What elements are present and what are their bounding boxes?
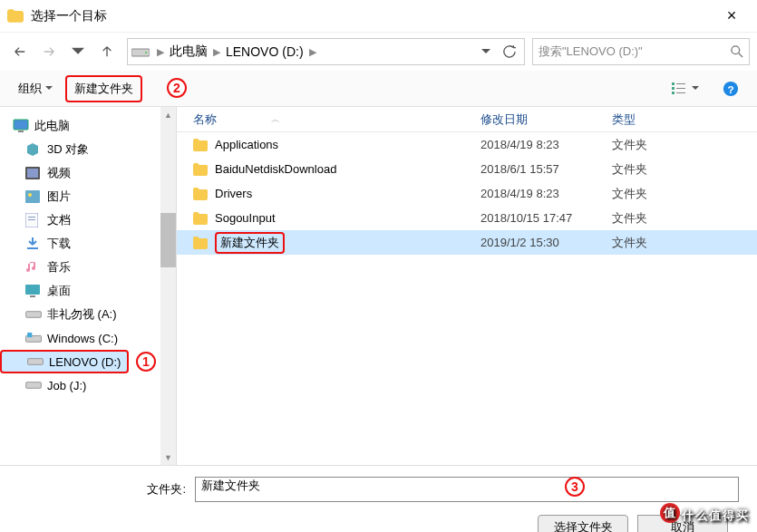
- chevron-right-icon: ▶: [155, 46, 166, 58]
- folder-icon: [193, 188, 208, 200]
- view-options-button[interactable]: [665, 79, 706, 99]
- search-placeholder: 搜索"LENOVO (D:)": [539, 44, 731, 60]
- scroll-down-arrow[interactable]: ▼: [160, 450, 176, 465]
- refresh-button[interactable]: [499, 41, 520, 63]
- folder-icon: [193, 139, 208, 151]
- svg-rect-15: [25, 190, 40, 203]
- list-row[interactable]: Applications 2018/4/19 8:23 文件夹: [177, 132, 757, 157]
- folder-icon: [193, 212, 208, 225]
- svg-rect-8: [676, 92, 685, 93]
- list-row[interactable]: SogouInput 2018/10/15 17:47 文件夹: [177, 206, 757, 230]
- tree-item-drive-a[interactable]: 非礼勿视 (A:): [0, 303, 176, 326]
- search-input[interactable]: 搜索"LENOVO (D:)": [532, 38, 750, 65]
- svg-rect-21: [30, 295, 35, 297]
- watermark-badge: 值: [660, 503, 680, 523]
- desktop-icon: [25, 284, 42, 298]
- tree-scrollbar[interactable]: ▲ ▼: [160, 107, 176, 465]
- chevron-down-icon: [45, 86, 53, 91]
- recent-dropdown[interactable]: [65, 39, 91, 64]
- view-icon: [672, 82, 688, 95]
- svg-rect-3: [672, 82, 675, 85]
- chevron-right-icon: ▶: [307, 46, 318, 58]
- music-icon: [25, 260, 42, 275]
- drive-icon: [27, 354, 44, 369]
- svg-rect-12: [18, 131, 24, 132]
- svg-point-16: [28, 193, 32, 197]
- svg-rect-6: [676, 83, 685, 84]
- annotation-2: 2: [167, 78, 187, 98]
- pc-icon: [13, 119, 29, 133]
- svg-rect-20: [25, 285, 40, 295]
- nav-tree: 此电脑 3D 对象 视频 图片 文档 下载 音乐 桌面 非礼勿视 (A:) Wi…: [0, 107, 177, 465]
- svg-rect-4: [672, 87, 675, 90]
- breadcrumb-seg-1[interactable]: 此电脑: [166, 44, 211, 60]
- folder-icon: [193, 163, 208, 176]
- svg-text:?: ?: [727, 82, 733, 94]
- svg-rect-5: [672, 92, 675, 94]
- documents-icon: [25, 213, 42, 227]
- up-button[interactable]: [94, 39, 120, 64]
- tree-item-pictures[interactable]: 图片: [0, 185, 176, 208]
- svg-rect-1: [145, 52, 147, 53]
- tree-item-desktop[interactable]: 桌面: [0, 279, 176, 303]
- chevron-down-icon: [692, 86, 699, 91]
- list-row[interactable]: BaiduNetdiskDownload 2018/6/1 15:57 文件夹: [177, 157, 757, 181]
- svg-rect-25: [28, 359, 44, 365]
- tree-item-3dobjects[interactable]: 3D 对象: [0, 138, 176, 161]
- select-folder-button[interactable]: 选择文件夹: [538, 515, 628, 532]
- organize-button[interactable]: 组织: [11, 77, 60, 101]
- address-bar[interactable]: ▶ 此电脑 ▶ LENOVO (D:) ▶: [127, 38, 525, 65]
- watermark: 值什么值得买: [658, 501, 750, 525]
- folder-input[interactable]: 新建文件夹: [195, 477, 739, 502]
- sort-indicator: ︿: [271, 113, 280, 126]
- window-title: 选择一个目标: [31, 8, 713, 24]
- tree-item-drive-d[interactable]: LENOVO (D:): [0, 350, 129, 373]
- tree-item-drive-j[interactable]: Job (J:): [0, 373, 176, 397]
- folder-icon: [193, 237, 208, 249]
- col-name[interactable]: 名称: [193, 111, 217, 128]
- col-type[interactable]: 类型: [612, 111, 757, 128]
- tree-item-music[interactable]: 音乐: [0, 256, 176, 279]
- svg-point-2: [732, 46, 740, 54]
- close-button[interactable]: ×: [713, 6, 750, 25]
- nav-bar: ▶ 此电脑 ▶ LENOVO (D:) ▶ 搜索"LENOVO (D:)": [0, 33, 757, 71]
- tree-item-documents[interactable]: 文档: [0, 208, 176, 232]
- folder-icon: [7, 9, 24, 23]
- titlebar: 选择一个目标 ×: [0, 0, 757, 33]
- pictures-icon: [25, 189, 42, 204]
- drive-icon: [25, 307, 42, 322]
- body-area: 此电脑 3D 对象 视频 图片 文档 下载 音乐 桌面 非礼勿视 (A:) Wi…: [0, 107, 757, 465]
- scroll-thumb[interactable]: [160, 213, 176, 267]
- video-icon: [25, 166, 42, 180]
- svg-rect-11: [14, 120, 28, 130]
- search-icon: [731, 45, 743, 58]
- list-row[interactable]: 新建文件夹 2019/1/2 15:30 文件夹: [177, 230, 757, 255]
- back-button[interactable]: [7, 39, 33, 64]
- breadcrumb-seg-2[interactable]: LENOVO (D:): [222, 44, 307, 59]
- list-header: 名称 ︿ 修改日期 类型: [177, 107, 757, 132]
- tree-item-drive-c[interactable]: Windows (C:): [0, 326, 176, 350]
- tree-item-downloads[interactable]: 下载: [0, 232, 176, 256]
- annotation-3: 3: [565, 477, 585, 497]
- scroll-up-arrow[interactable]: ▲: [160, 107, 176, 122]
- col-date[interactable]: 修改日期: [480, 111, 612, 128]
- 3d-icon: [25, 142, 42, 157]
- forward-button[interactable]: [36, 39, 62, 64]
- svg-rect-24: [27, 333, 32, 337]
- toolbar: 组织 新建文件夹 2 ?: [0, 71, 757, 107]
- svg-rect-14: [27, 169, 38, 178]
- dropdown-history[interactable]: [475, 41, 497, 63]
- help-button[interactable]: ?: [715, 77, 746, 101]
- svg-rect-22: [26, 312, 42, 318]
- tree-item-videos[interactable]: 视频: [0, 161, 176, 185]
- annotation-1: 1: [136, 352, 156, 372]
- svg-rect-7: [676, 88, 685, 89]
- new-folder-button[interactable]: 新建文件夹: [65, 75, 142, 102]
- list-row[interactable]: Drivers 2018/4/19 8:23 文件夹: [177, 181, 757, 206]
- drive-icon: [25, 378, 42, 392]
- chevron-right-icon: ▶: [211, 46, 222, 58]
- tree-root-thispc[interactable]: 此电脑: [0, 114, 176, 138]
- file-list: 名称 ︿ 修改日期 类型 Applications 2018/4/19 8:23…: [177, 107, 757, 465]
- windows-drive-icon: [25, 331, 42, 345]
- downloads-icon: [25, 237, 42, 251]
